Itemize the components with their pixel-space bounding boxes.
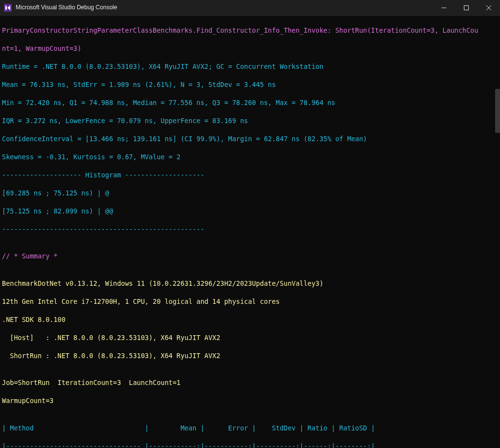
env-line-0: BenchmarkDotNet v0.13.12, Windows 11 (10…: [2, 279, 323, 287]
iqr-line: IQR = 3.272 ns, LowerFence = 70.079 ns, …: [2, 117, 248, 125]
benchmark-header-cont: nt=1, WarmupCount=3): [2, 44, 82, 52]
histogram-row-1: [75.125 ns ; 82.099 ns) | @@: [2, 207, 113, 215]
benchmark-header: PrimaryConstructorStringParameterClassBe…: [2, 26, 478, 34]
runtime-line: Runtime = .NET 8.0.0 (8.0.23.53103), X64…: [2, 63, 323, 70]
scrollbar-thumb[interactable]: [495, 89, 500, 133]
skewness-line: Skewness = -0.31, Kurtosis = 0.67, MValu…: [2, 153, 181, 161]
scrollbar[interactable]: [494, 16, 500, 448]
table-header: | Method | Mean | Error | StdDev | Ratio…: [2, 424, 375, 432]
minimize-button[interactable]: [433, 0, 455, 15]
titlebar-left: Microsoft Visual Studio Debug Console: [4, 3, 117, 12]
console-output[interactable]: PrimaryConstructorStringParameterClassBe…: [0, 16, 500, 448]
table-separator: |---------------------------------- |---…: [2, 442, 375, 448]
env-line-3: [Host] : .NET 8.0.0 (8.0.23.53103), X64 …: [2, 334, 220, 341]
confidence-line: ConfidenceInterval = [13.466 ns; 139.161…: [2, 135, 367, 143]
job-line-1: WarmupCount=3: [2, 397, 54, 405]
window-controls: [433, 0, 500, 15]
env-line-1: 12th Gen Intel Core i7-12700H, 1 CPU, 20…: [2, 298, 280, 305]
histogram-header: -------------------- Histogram ---------…: [2, 171, 205, 179]
app-icon: [4, 4, 12, 12]
summary-header: // * Summary *: [2, 252, 58, 260]
histogram-row-0: [69.285 ns ; 75.125 ns) | @: [2, 189, 109, 197]
job-line-0: Job=ShortRun IterationCount=3 LaunchCoun…: [2, 379, 181, 386]
env-line-4: ShortRun : .NET 8.0.0 (8.0.23.53103), X6…: [2, 352, 220, 360]
histogram-footer: ----------------------------------------…: [2, 225, 205, 233]
minmax-line: Min = 72.420 ns, Q1 = 74.988 ns, Median …: [2, 99, 335, 107]
close-button[interactable]: [478, 0, 500, 15]
window-titlebar: Microsoft Visual Studio Debug Console: [0, 0, 500, 16]
mean-line: Mean = 76.313 ns, StdErr = 1.989 ns (2.6…: [2, 81, 276, 88]
svg-rect-2: [464, 5, 469, 10]
maximize-button[interactable]: [455, 0, 478, 15]
env-line-2: .NET SDK 8.0.100: [2, 316, 65, 323]
window-title: Microsoft Visual Studio Debug Console: [16, 3, 117, 12]
